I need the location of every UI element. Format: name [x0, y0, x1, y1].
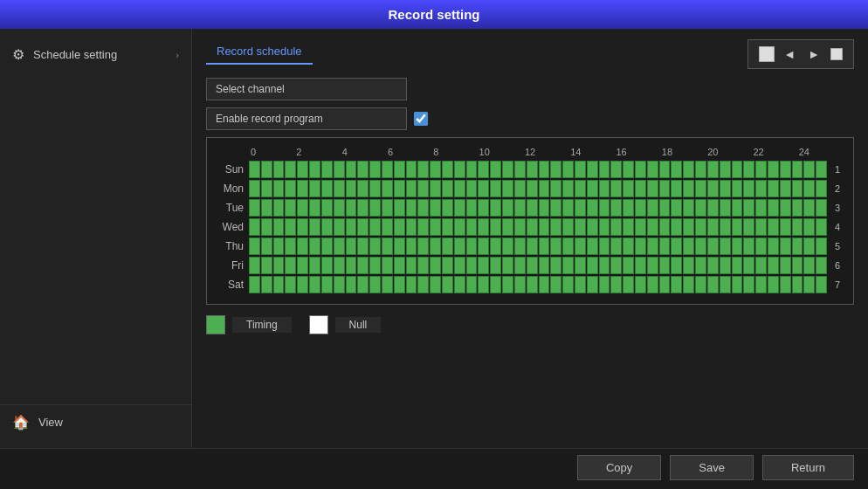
time-block[interactable] — [743, 161, 754, 178]
time-block[interactable] — [671, 161, 682, 178]
time-block[interactable] — [297, 238, 308, 255]
time-block[interactable] — [309, 257, 320, 274]
time-block[interactable] — [707, 257, 719, 274]
time-block[interactable] — [285, 238, 296, 255]
time-block[interactable] — [406, 257, 417, 274]
time-block[interactable] — [539, 276, 550, 293]
time-block[interactable] — [502, 199, 513, 217]
time-block[interactable] — [575, 161, 586, 178]
time-block[interactable] — [816, 238, 827, 255]
time-block[interactable] — [406, 276, 417, 293]
time-block[interactable] — [720, 199, 731, 217]
time-block[interactable] — [683, 199, 694, 217]
enable-program-checkbox[interactable] — [414, 112, 428, 126]
time-block[interactable] — [803, 161, 815, 178]
time-block[interactable] — [623, 180, 634, 197]
time-block[interactable] — [803, 276, 815, 293]
time-block[interactable] — [394, 257, 405, 274]
time-block[interactable] — [683, 238, 694, 255]
time-block[interactable] — [743, 199, 754, 217]
time-block[interactable] — [755, 257, 767, 274]
time-block[interactable] — [490, 199, 501, 217]
time-block[interactable] — [792, 238, 803, 255]
time-block[interactable] — [285, 161, 296, 178]
time-block[interactable] — [369, 218, 381, 236]
time-block[interactable] — [539, 180, 550, 197]
time-block[interactable] — [478, 218, 489, 236]
time-block[interactable] — [755, 238, 767, 255]
time-block[interactable] — [478, 257, 489, 274]
time-block[interactable] — [430, 257, 441, 274]
time-block[interactable] — [575, 238, 586, 255]
time-block[interactable] — [273, 257, 285, 274]
time-block[interactable] — [671, 180, 682, 197]
time-block[interactable] — [346, 257, 357, 274]
time-block[interactable] — [321, 257, 333, 274]
time-block[interactable] — [768, 276, 779, 293]
time-block[interactable] — [454, 257, 465, 274]
time-block[interactable] — [635, 257, 646, 274]
time-block[interactable] — [647, 257, 658, 274]
time-block[interactable] — [539, 238, 550, 255]
time-block[interactable] — [285, 180, 296, 197]
time-block[interactable] — [768, 218, 779, 236]
time-block[interactable] — [562, 276, 574, 293]
time-block[interactable] — [562, 238, 574, 255]
time-block[interactable] — [309, 218, 320, 236]
time-block[interactable] — [297, 276, 308, 293]
time-block[interactable] — [647, 180, 658, 197]
time-block[interactable] — [780, 180, 791, 197]
time-block[interactable] — [707, 276, 719, 293]
time-block[interactable] — [707, 238, 719, 255]
time-block[interactable] — [575, 180, 586, 197]
time-block[interactable] — [394, 218, 405, 236]
time-block[interactable] — [478, 199, 489, 217]
time-block[interactable] — [599, 199, 610, 217]
time-block[interactable] — [382, 180, 393, 197]
time-block[interactable] — [357, 276, 369, 293]
time-block[interactable] — [454, 199, 465, 217]
time-block[interactable] — [406, 238, 417, 255]
time-block[interactable] — [406, 199, 417, 217]
time-block[interactable] — [466, 218, 478, 236]
time-block[interactable] — [502, 180, 513, 197]
time-block[interactable] — [755, 180, 767, 197]
time-block[interactable] — [514, 161, 526, 178]
time-block[interactable] — [792, 276, 803, 293]
time-block[interactable] — [816, 276, 827, 293]
time-block[interactable] — [442, 161, 453, 178]
time-block[interactable] — [743, 276, 754, 293]
time-block[interactable] — [321, 180, 333, 197]
time-block[interactable] — [562, 161, 574, 178]
time-block[interactable] — [610, 218, 622, 236]
time-block[interactable] — [442, 218, 453, 236]
time-block[interactable] — [249, 257, 260, 274]
time-block[interactable] — [334, 257, 345, 274]
time-block[interactable] — [417, 199, 429, 217]
time-block[interactable] — [587, 199, 598, 217]
time-block[interactable] — [309, 161, 320, 178]
time-block[interactable] — [768, 161, 779, 178]
time-block[interactable] — [732, 257, 743, 274]
time-block[interactable] — [587, 180, 598, 197]
time-block[interactable] — [514, 218, 526, 236]
time-block[interactable] — [768, 238, 779, 255]
time-block[interactable] — [671, 257, 682, 274]
time-block[interactable] — [732, 199, 743, 217]
time-block[interactable] — [261, 238, 272, 255]
time-block[interactable] — [417, 161, 429, 178]
time-block[interactable] — [587, 238, 598, 255]
time-block[interactable] — [502, 276, 513, 293]
time-block[interactable] — [321, 238, 333, 255]
time-block[interactable] — [587, 161, 598, 178]
time-block[interactable] — [659, 199, 671, 217]
time-block[interactable] — [610, 199, 622, 217]
time-block[interactable] — [695, 238, 706, 255]
time-block[interactable] — [273, 238, 285, 255]
time-block[interactable] — [466, 238, 478, 255]
time-block[interactable] — [659, 161, 671, 178]
time-block[interactable] — [490, 180, 501, 197]
time-block[interactable] — [707, 199, 719, 217]
time-block[interactable] — [780, 199, 791, 217]
time-block[interactable] — [334, 180, 345, 197]
